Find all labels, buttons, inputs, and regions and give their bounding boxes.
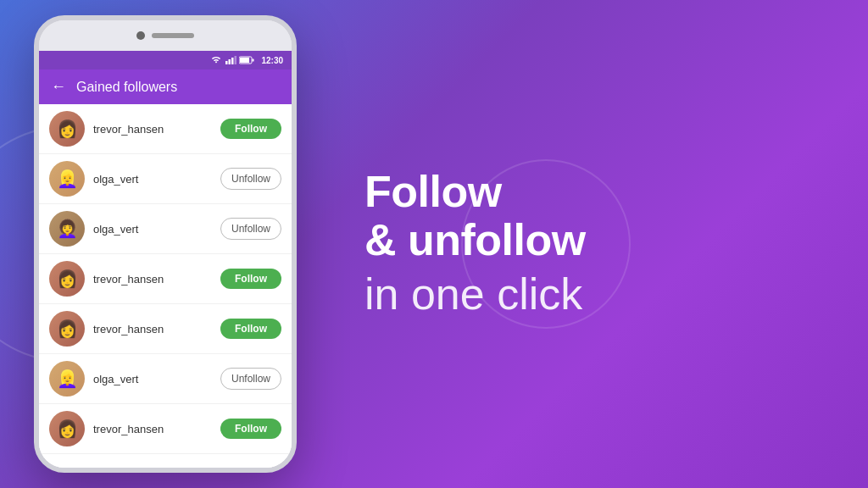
wifi-icon bbox=[210, 56, 222, 64]
signal-icon bbox=[225, 56, 236, 64]
svg-rect-6 bbox=[253, 59, 254, 62]
username-label: olga_vert bbox=[93, 173, 212, 186]
avatar: 👱‍♀️ bbox=[49, 161, 85, 197]
unfollow-button[interactable]: Unfollow bbox=[220, 218, 281, 240]
svg-rect-2 bbox=[231, 58, 234, 64]
list-item: 👩trevor_hansenFollow bbox=[39, 104, 292, 154]
phone-screen: 12:30 ← Gained followers 👩trevor_hansenF… bbox=[39, 51, 292, 468]
avatar: 👩 bbox=[49, 261, 85, 297]
phone-speaker bbox=[152, 33, 194, 38]
page-title: Gained followers bbox=[76, 80, 177, 95]
unfollow-button[interactable]: Unfollow bbox=[220, 368, 281, 390]
app-header: ← Gained followers bbox=[39, 69, 292, 104]
status-icons bbox=[210, 56, 254, 64]
back-button[interactable]: ← bbox=[51, 78, 66, 96]
phone-top-bar bbox=[39, 20, 292, 51]
list-item: 👩‍🦱olga_vertUnfollow bbox=[39, 204, 292, 254]
list-item: 👩trevor_hansenFollow bbox=[39, 254, 292, 304]
follow-button[interactable]: Follow bbox=[220, 269, 281, 289]
unfollow-button[interactable]: Unfollow bbox=[220, 168, 281, 190]
username-label: trevor_hansen bbox=[93, 423, 212, 435]
svg-rect-3 bbox=[235, 56, 237, 64]
svg-rect-0 bbox=[225, 61, 228, 64]
username-label: trevor_hansen bbox=[93, 273, 212, 286]
avatar: 👩 bbox=[49, 311, 85, 347]
username-label: olga_vert bbox=[93, 373, 212, 385]
user-list: 👩trevor_hansenFollow👱‍♀️olga_vertUnfollo… bbox=[39, 104, 292, 468]
list-item: 👩trevor_hansenFollow bbox=[39, 404, 292, 454]
list-item: 👩trevor_hansenFollow bbox=[39, 304, 292, 354]
avatar: 👩 bbox=[49, 411, 85, 446]
list-item: 👱‍♀️olga_vertUnfollow bbox=[39, 354, 292, 404]
follow-button[interactable]: Follow bbox=[220, 319, 281, 339]
avatar: 👱‍♀️ bbox=[49, 361, 85, 396]
status-bar: 12:30 bbox=[39, 51, 292, 69]
battery-icon bbox=[239, 56, 254, 64]
username-label: trevor_hansen bbox=[93, 323, 212, 336]
avatar: 👩 bbox=[49, 111, 85, 147]
phone-camera bbox=[136, 31, 145, 40]
content-wrapper: 12:30 ← Gained followers 👩trevor_hansenF… bbox=[0, 0, 868, 488]
svg-rect-5 bbox=[240, 58, 249, 63]
list-item: 👱‍♀️olga_vertUnfollow bbox=[39, 154, 292, 204]
username-label: olga_vert bbox=[93, 223, 212, 236]
bg-circle-right bbox=[461, 159, 631, 329]
follow-button[interactable]: Follow bbox=[220, 419, 281, 439]
svg-rect-1 bbox=[229, 59, 231, 64]
username-label: trevor_hansen bbox=[93, 123, 212, 136]
avatar: 👩‍🦱 bbox=[49, 211, 85, 247]
follow-button[interactable]: Follow bbox=[220, 119, 281, 139]
phone-mockup: 12:30 ← Gained followers 👩trevor_hansenF… bbox=[34, 15, 297, 473]
status-time: 12:30 bbox=[261, 56, 283, 65]
